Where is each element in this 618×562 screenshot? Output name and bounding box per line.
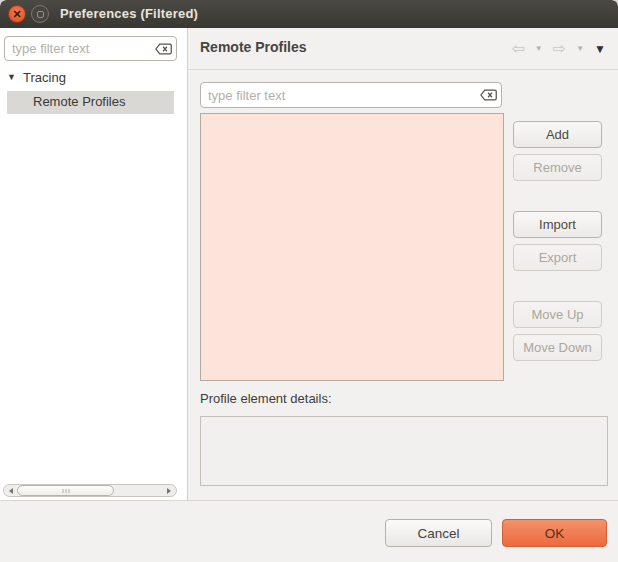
maximize-icon [37, 11, 44, 18]
scrollbar-grip-icon [62, 489, 69, 493]
maximize-button[interactable] [31, 5, 49, 23]
sidebar-horizontal-scrollbar[interactable] [3, 484, 177, 497]
profile-details-label: Profile element details: [200, 391, 332, 406]
profile-details-panel [200, 416, 608, 486]
add-button[interactable]: Add [513, 121, 602, 148]
tree-item-label: Remote Profiles [33, 94, 125, 109]
export-button[interactable]: Export [513, 244, 602, 271]
close-button[interactable]: ✕ [8, 5, 26, 23]
clear-filter-icon[interactable] [480, 89, 497, 101]
tree-item-remote-profiles[interactable]: Remote Profiles [7, 91, 174, 114]
expander-icon[interactable]: ▼ [7, 72, 16, 82]
view-menu-icon[interactable]: ▼ [594, 43, 606, 55]
tree-item-tracing[interactable]: ▼ Tracing [0, 69, 188, 90]
profiles-filter [200, 82, 502, 108]
titlebar: ✕ Preferences (Filtered) [0, 0, 618, 28]
forward-icon[interactable]: ⇨ [553, 41, 566, 57]
scroll-right-arrow-icon[interactable] [167, 488, 171, 494]
move-up-button[interactable]: Move Up [513, 301, 602, 328]
clear-filter-icon[interactable] [155, 43, 172, 55]
remove-button[interactable]: Remove [513, 154, 602, 181]
tree-item-label: Tracing [23, 70, 66, 85]
page-header: Remote Profiles ⇦ ▼ ⇨ ▼ ▼ [188, 28, 618, 70]
scroll-left-arrow-icon[interactable] [9, 488, 13, 494]
profiles-list[interactable] [200, 113, 504, 381]
ok-button[interactable]: OK [502, 519, 607, 547]
sidebar-filter-input[interactable] [4, 36, 177, 61]
history-nav: ⇦ ▼ ⇨ ▼ ▼ [511, 28, 606, 70]
back-icon[interactable]: ⇦ [511, 41, 524, 57]
window-title: Preferences (Filtered) [60, 0, 198, 28]
sidebar-filter [4, 36, 177, 61]
back-dropdown-icon[interactable]: ▼ [535, 45, 543, 53]
profiles-filter-input[interactable] [200, 82, 502, 108]
remote-profiles-page: Remote Profiles ⇦ ▼ ⇨ ▼ ▼ Add Remove Imp… [188, 28, 618, 500]
page-title: Remote Profiles [200, 39, 307, 55]
import-button[interactable]: Import [513, 211, 602, 238]
move-down-button[interactable]: Move Down [513, 334, 602, 361]
scrollbar-thumb[interactable] [17, 485, 114, 496]
cancel-button[interactable]: Cancel [385, 519, 492, 547]
preferences-dialog: ✕ Preferences (Filtered) ▼ Tracing Remot… [0, 0, 618, 562]
preferences-sidebar: ▼ Tracing Remote Profiles [0, 28, 188, 500]
dialog-footer: Cancel OK [0, 500, 618, 562]
forward-dropdown-icon[interactable]: ▼ [576, 45, 584, 53]
